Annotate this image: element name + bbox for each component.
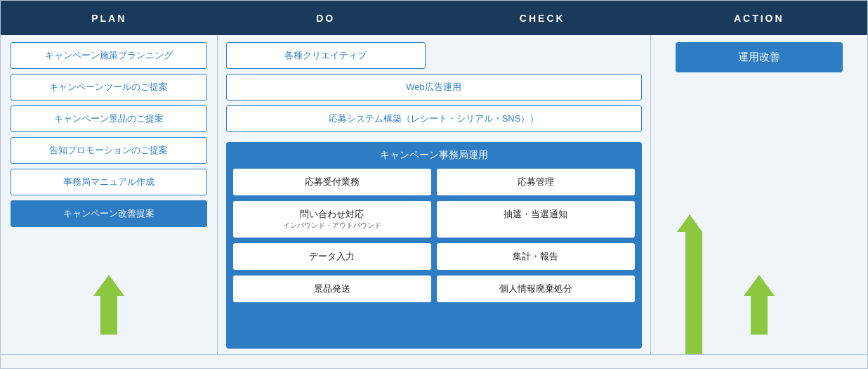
header-row: PLAN DO CHECK ACTION [1, 1, 867, 35]
header-plan: PLAN [1, 1, 218, 35]
plan-item-5-active: キャンペーン改善提案 [11, 200, 207, 227]
plan-item-2: キャンペーン景品のご提案 [11, 105, 207, 132]
plan-item-1: キャンペーンツールのご提案 [11, 74, 207, 101]
action-arrow-head [744, 275, 775, 296]
arrow-body [100, 296, 117, 335]
header-arrow-1 [218, 1, 232, 34]
plan-arrow-up [93, 275, 124, 335]
arrow-head [93, 275, 124, 296]
do-item-creative: 各種クリエイティブ [226, 42, 426, 69]
bureau-item-7: 個人情報廃棄処分 [437, 276, 635, 302]
bureau-item-2: 問い合わせ対応 インバウンド・アウトバウンド [233, 201, 431, 238]
do-item-web: Web広告運用 [226, 74, 642, 101]
action-column: 運用改善 [651, 35, 868, 354]
header-do: DO [218, 1, 435, 35]
plan-item-3: 告知プロモーションのご提案 [11, 137, 207, 164]
diagram-container: PLAN DO CHECK ACTION キャンペーン施策プランニング キャンペ… [0, 0, 868, 369]
bureau-block: キャンペーン事務局運用 応募受付業務 応募管理 問い合わせ対応 インバウンド・ア… [226, 142, 642, 349]
bureau-item-3: 抽選・当選通知 [437, 201, 635, 238]
do-item-system: 応募システム構築（レシート・シリアル・SNS）） [226, 105, 642, 132]
header-action: ACTION [651, 1, 868, 35]
plan-item-4: 事務局マニュアル作成 [11, 169, 207, 195]
plan-item-0: キャンペーン施策プランニング [11, 42, 207, 69]
bureau-item-6: 景品発送 [233, 276, 431, 302]
action-arrow-body [751, 296, 768, 335]
bureau-item-1: 応募管理 [437, 169, 635, 195]
header-check: CHECK [434, 1, 651, 35]
header-arrow-3 [651, 1, 665, 34]
bureau-item-0: 応募受付業務 [233, 169, 431, 195]
action-arrow-up [744, 275, 775, 335]
bottom-strip [1, 354, 867, 368]
creative-box: 各種クリエイティブ [226, 42, 426, 69]
plan-column: キャンペーン施策プランニング キャンペーンツールのご提案 キャンペーン景品のご提… [1, 35, 218, 354]
bureau-item-5: 集計・報告 [437, 243, 635, 270]
bureau-item-4: データ入力 [233, 243, 431, 270]
content-area: キャンペーン施策プランニング キャンペーンツールのご提案 キャンペーン景品のご提… [1, 35, 867, 354]
do-check-column: 各種クリエイティブ Web広告運用 応募システム構築（レシート・シリアル・SNS… [218, 35, 651, 354]
action-box: 運用改善 [676, 42, 843, 72]
bureau-container: キャンペーン事務局運用 応募受付業務 応募管理 問い合わせ対応 インバウンド・ア… [218, 139, 650, 354]
bureau-grid: 応募受付業務 応募管理 問い合わせ対応 インバウンド・アウトバウンド 抽選・当選… [233, 169, 635, 302]
bureau-title: キャンペーン事務局運用 [233, 149, 635, 162]
header-arrow-2 [434, 1, 448, 34]
do-top-items: 各種クリエイティブ Web広告運用 応募システム構築（レシート・シリアル・SNS… [218, 35, 650, 139]
